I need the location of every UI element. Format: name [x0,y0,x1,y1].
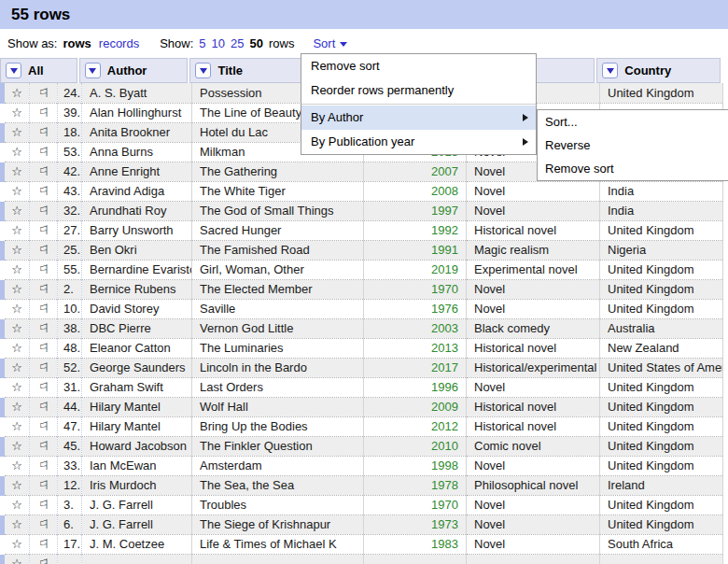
year-link[interactable]: 1983 [431,537,458,551]
menu-item-reorder-rows[interactable]: Reorder rows permanently [301,78,536,103]
star-icon[interactable]: ☆ [3,83,30,103]
chevron-down-icon [10,68,18,74]
cell-title: Saville [192,299,364,318]
flag-icon[interactable]: ⚐ [30,377,58,397]
flag-icon[interactable]: ⚐ [30,534,58,554]
flag-icon[interactable]: ⚐ [30,103,58,122]
star-icon[interactable]: ☆ [3,142,30,162]
year-link[interactable]: 1978 [431,478,458,492]
row-number: 3. [58,495,82,515]
submenu-item-reverse[interactable]: Reverse [538,134,728,157]
star-icon[interactable]: ☆ [3,397,30,416]
year-link[interactable]: 1996 [431,380,458,394]
column-menu-icon[interactable] [195,63,211,78]
flag-icon[interactable]: ⚐ [30,416,58,436]
column-header-country[interactable]: Country [596,58,721,83]
year-link[interactable]: 2017 [431,360,458,374]
year-link[interactable]: 2009 [431,400,458,414]
star-icon[interactable]: ☆ [3,554,30,564]
year-link[interactable]: 1970 [431,282,458,296]
flag-icon[interactable]: ⚐ [30,220,58,240]
chevron-down-icon [607,68,614,74]
star-icon[interactable]: ☆ [3,318,30,338]
star-icon[interactable]: ☆ [3,495,30,515]
flag-icon[interactable]: ⚐ [30,240,58,260]
year-link[interactable]: 2003 [431,321,458,335]
column-header-all[interactable]: All [0,58,77,83]
star-icon[interactable]: ☆ [3,260,30,279]
flag-icon[interactable]: ⚐ [30,475,58,495]
year-link[interactable]: 1992 [431,223,458,237]
flag-icon[interactable]: ⚐ [30,456,58,475]
sort-menu-button[interactable]: Sort [313,36,347,50]
star-icon[interactable]: ☆ [3,436,30,456]
flag-icon[interactable]: ⚐ [30,260,58,279]
star-icon[interactable]: ☆ [3,416,30,436]
star-icon[interactable]: ☆ [3,358,30,377]
menu-item-remove-sort[interactable]: Remove sort [301,54,536,78]
flag-icon[interactable]: ⚐ [30,181,58,201]
page-size-10-link[interactable]: 10 [212,36,225,50]
cell-year: 1992 [364,220,467,240]
flag-icon[interactable]: ⚐ [30,554,58,564]
column-header-author[interactable]: Author [79,58,189,83]
flag-icon[interactable]: ⚐ [30,279,58,299]
column-menu-icon[interactable] [6,63,21,78]
show-as-records-link[interactable]: records [99,36,139,50]
year-link[interactable]: 2012 [431,419,458,433]
year-link[interactable]: 2019 [431,262,458,276]
column-menu-icon[interactable] [602,63,618,78]
year-link[interactable]: 2013 [431,341,458,355]
flag-icon[interactable]: ⚐ [30,318,58,338]
flag-icon[interactable]: ⚐ [30,83,58,103]
page-size-25-link[interactable]: 25 [231,36,244,50]
star-icon[interactable]: ☆ [3,515,30,534]
submenu-item-sort[interactable]: Sort... [538,110,728,134]
flag-icon[interactable]: ⚐ [30,299,58,318]
flag-icon[interactable]: ⚐ [30,162,58,181]
star-icon[interactable]: ☆ [3,456,30,475]
flag-icon[interactable]: ⚐ [30,397,58,416]
flag-icon[interactable]: ⚐ [30,495,58,515]
flag-icon[interactable]: ⚐ [30,201,58,220]
flag-icon[interactable]: ⚐ [30,358,58,377]
year-link[interactable]: 2008 [431,184,458,198]
column-menu-icon[interactable] [85,63,101,78]
star-icon[interactable]: ☆ [3,279,30,299]
star-icon[interactable]: ☆ [3,103,30,122]
star-icon[interactable]: ☆ [3,299,30,318]
flag-icon[interactable]: ⚐ [30,142,58,162]
star-icon[interactable]: ☆ [3,338,30,358]
year-link[interactable]: 1997 [431,204,458,218]
menu-item-by-publication-year[interactable]: By Publication year [301,130,536,154]
year-link[interactable]: 1998 [431,458,458,472]
year-link[interactable]: 1973 [431,517,458,531]
page-size-5-link[interactable]: 5 [199,36,205,50]
flag-icon[interactable]: ⚐ [30,338,58,358]
cell-country: Ireland [600,475,723,495]
star-icon[interactable]: ☆ [3,475,30,495]
table-row: ☆ ⚐ [3,554,723,564]
star-icon[interactable]: ☆ [3,534,30,554]
star-icon[interactable]: ☆ [3,220,30,240]
menu-item-by-author[interactable]: By Author [301,106,536,130]
star-icon[interactable]: ☆ [3,162,30,181]
cell-country: Nigeria [600,240,723,260]
flag-icon[interactable]: ⚐ [30,515,58,534]
year-link[interactable]: 1970 [431,498,458,512]
year-link[interactable]: 2007 [431,164,458,178]
year-link[interactable]: 1976 [431,302,458,316]
star-icon[interactable]: ☆ [3,181,30,201]
submenu-item-remove-sort[interactable]: Remove sort [538,157,728,180]
cell-author: David Storey [82,299,192,318]
star-icon[interactable]: ☆ [3,377,30,397]
cell-country [600,554,723,564]
star-icon[interactable]: ☆ [3,240,30,260]
year-link[interactable]: 1991 [431,243,458,257]
cell-country: United Kingdom [600,299,723,318]
year-link[interactable]: 2010 [431,439,458,453]
star-icon[interactable]: ☆ [3,122,30,142]
star-icon[interactable]: ☆ [3,201,30,220]
flag-icon[interactable]: ⚐ [30,122,58,142]
flag-icon[interactable]: ⚐ [30,436,58,456]
